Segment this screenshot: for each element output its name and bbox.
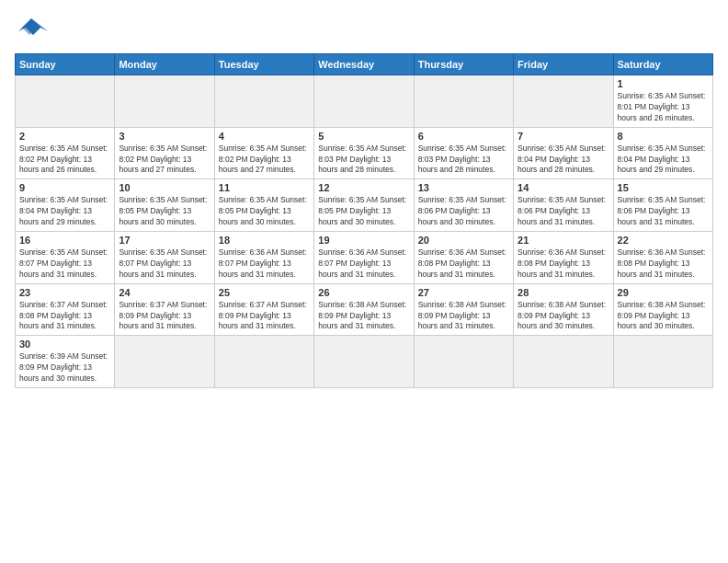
day-number: 3 <box>119 131 210 142</box>
day-info: Sunrise: 6:35 AM Sunset: 8:06 PM Dayligh… <box>518 195 609 228</box>
day-info: Sunrise: 6:35 AM Sunset: 8:06 PM Dayligh… <box>618 195 709 228</box>
svg-marker-1 <box>22 18 40 35</box>
calendar-week-row: 23Sunrise: 6:37 AM Sunset: 8:08 PM Dayli… <box>16 283 713 336</box>
calendar-cell: 25Sunrise: 6:37 AM Sunset: 8:09 PM Dayli… <box>214 283 313 336</box>
calendar-cell: 12Sunrise: 6:35 AM Sunset: 8:05 PM Dayli… <box>314 179 414 232</box>
calendar-cell: 13Sunrise: 6:35 AM Sunset: 8:06 PM Dayli… <box>414 179 513 232</box>
day-info: Sunrise: 6:35 AM Sunset: 8:05 PM Dayligh… <box>119 195 210 228</box>
day-info: Sunrise: 6:38 AM Sunset: 8:09 PM Dayligh… <box>518 300 609 333</box>
calendar-cell: 23Sunrise: 6:37 AM Sunset: 8:08 PM Dayli… <box>16 283 115 336</box>
day-info: Sunrise: 6:37 AM Sunset: 8:09 PM Dayligh… <box>219 300 310 333</box>
calendar-cell <box>214 75 313 128</box>
calendar-cell: 22Sunrise: 6:36 AM Sunset: 8:08 PM Dayli… <box>613 232 712 284</box>
day-number: 14 <box>518 182 609 193</box>
day-number: 19 <box>318 235 409 246</box>
calendar-cell <box>115 336 214 388</box>
calendar-cell <box>115 75 214 128</box>
weekday-header-row: SundayMondayTuesdayWednesdayThursdayFrid… <box>16 54 713 75</box>
day-number: 27 <box>418 287 509 298</box>
weekday-header-thursday: Thursday <box>414 54 513 75</box>
day-number: 12 <box>318 182 409 193</box>
logo <box>15 15 51 42</box>
calendar-cell: 26Sunrise: 6:38 AM Sunset: 8:09 PM Dayli… <box>314 283 414 336</box>
calendar-cell: 16Sunrise: 6:35 AM Sunset: 8:07 PM Dayli… <box>16 232 115 284</box>
calendar-cell <box>514 75 613 128</box>
day-info: Sunrise: 6:35 AM Sunset: 8:05 PM Dayligh… <box>318 195 409 228</box>
calendar-cell <box>514 336 613 388</box>
calendar-cell: 19Sunrise: 6:36 AM Sunset: 8:07 PM Dayli… <box>314 232 414 284</box>
day-info: Sunrise: 6:38 AM Sunset: 8:09 PM Dayligh… <box>418 300 509 333</box>
day-info: Sunrise: 6:39 AM Sunset: 8:09 PM Dayligh… <box>19 351 110 385</box>
day-info: Sunrise: 6:37 AM Sunset: 8:09 PM Dayligh… <box>119 300 210 333</box>
calendar-cell: 7Sunrise: 6:35 AM Sunset: 8:04 PM Daylig… <box>514 127 613 179</box>
day-info: Sunrise: 6:35 AM Sunset: 8:07 PM Dayligh… <box>119 247 210 281</box>
calendar-cell: 30Sunrise: 6:39 AM Sunset: 8:09 PM Dayli… <box>16 336 115 388</box>
day-number: 10 <box>119 182 210 193</box>
calendar-cell: 20Sunrise: 6:36 AM Sunset: 8:08 PM Dayli… <box>414 232 513 284</box>
calendar-week-row: 1Sunrise: 6:35 AM Sunset: 8:01 PM Daylig… <box>16 75 713 128</box>
calendar-cell: 29Sunrise: 6:38 AM Sunset: 8:09 PM Dayli… <box>613 283 712 336</box>
calendar-cell: 18Sunrise: 6:36 AM Sunset: 8:07 PM Dayli… <box>214 232 313 284</box>
calendar-cell: 11Sunrise: 6:35 AM Sunset: 8:05 PM Dayli… <box>214 179 313 232</box>
calendar-week-row: 9Sunrise: 6:35 AM Sunset: 8:04 PM Daylig… <box>16 179 713 232</box>
day-info: Sunrise: 6:36 AM Sunset: 8:08 PM Dayligh… <box>418 247 509 281</box>
calendar-week-row: 2Sunrise: 6:35 AM Sunset: 8:02 PM Daylig… <box>16 127 713 179</box>
day-info: Sunrise: 6:35 AM Sunset: 8:03 PM Dayligh… <box>418 144 509 177</box>
day-info: Sunrise: 6:35 AM Sunset: 8:06 PM Dayligh… <box>418 195 509 228</box>
calendar-cell: 1Sunrise: 6:35 AM Sunset: 8:01 PM Daylig… <box>613 75 712 128</box>
calendar-cell: 10Sunrise: 6:35 AM Sunset: 8:05 PM Dayli… <box>115 179 214 232</box>
day-number: 23 <box>19 287 110 298</box>
calendar-cell <box>314 336 414 388</box>
calendar-cell: 6Sunrise: 6:35 AM Sunset: 8:03 PM Daylig… <box>414 127 513 179</box>
calendar-cell: 27Sunrise: 6:38 AM Sunset: 8:09 PM Dayli… <box>414 283 513 336</box>
calendar-cell: 28Sunrise: 6:38 AM Sunset: 8:09 PM Dayli… <box>514 283 613 336</box>
calendar-cell <box>414 336 513 388</box>
calendar-week-row: 30Sunrise: 6:39 AM Sunset: 8:09 PM Dayli… <box>16 336 713 388</box>
day-info: Sunrise: 6:38 AM Sunset: 8:09 PM Dayligh… <box>318 300 409 333</box>
day-info: Sunrise: 6:35 AM Sunset: 8:04 PM Dayligh… <box>618 144 709 177</box>
day-info: Sunrise: 6:35 AM Sunset: 8:02 PM Dayligh… <box>119 144 210 177</box>
day-number: 22 <box>618 235 709 246</box>
day-number: 15 <box>618 182 709 193</box>
day-info: Sunrise: 6:38 AM Sunset: 8:09 PM Dayligh… <box>618 300 709 333</box>
day-number: 11 <box>219 182 310 193</box>
day-number: 2 <box>19 131 110 142</box>
calendar-cell <box>613 336 712 388</box>
calendar-cell: 5Sunrise: 6:35 AM Sunset: 8:03 PM Daylig… <box>314 127 414 179</box>
day-info: Sunrise: 6:36 AM Sunset: 8:07 PM Dayligh… <box>219 247 310 281</box>
weekday-header-monday: Monday <box>115 54 214 75</box>
weekday-header-sunday: Sunday <box>16 54 115 75</box>
day-number: 13 <box>418 182 509 193</box>
calendar-cell: 21Sunrise: 6:36 AM Sunset: 8:08 PM Dayli… <box>514 232 613 284</box>
calendar-cell <box>214 336 313 388</box>
day-info: Sunrise: 6:35 AM Sunset: 8:04 PM Dayligh… <box>19 195 110 228</box>
calendar-cell: 17Sunrise: 6:35 AM Sunset: 8:07 PM Dayli… <box>115 232 214 284</box>
day-number: 26 <box>318 287 409 298</box>
calendar-cell <box>414 75 513 128</box>
day-number: 1 <box>618 78 709 89</box>
weekday-header-friday: Friday <box>514 54 613 75</box>
day-number: 24 <box>119 287 210 298</box>
calendar-cell <box>314 75 414 128</box>
day-number: 7 <box>518 131 609 142</box>
calendar-cell: 8Sunrise: 6:35 AM Sunset: 8:04 PM Daylig… <box>613 127 712 179</box>
day-number: 16 <box>19 235 110 246</box>
day-number: 4 <box>219 131 310 142</box>
day-info: Sunrise: 6:35 AM Sunset: 8:05 PM Dayligh… <box>219 195 310 228</box>
day-info: Sunrise: 6:35 AM Sunset: 8:07 PM Dayligh… <box>19 247 110 281</box>
calendar-cell: 2Sunrise: 6:35 AM Sunset: 8:02 PM Daylig… <box>16 127 115 179</box>
calendar-cell <box>16 75 115 128</box>
weekday-header-tuesday: Tuesday <box>214 54 313 75</box>
day-info: Sunrise: 6:35 AM Sunset: 8:03 PM Dayligh… <box>318 144 409 177</box>
logo-icon <box>15 15 48 42</box>
day-number: 29 <box>618 287 709 298</box>
day-number: 30 <box>19 339 110 350</box>
day-number: 5 <box>318 131 409 142</box>
calendar-cell: 24Sunrise: 6:37 AM Sunset: 8:09 PM Dayli… <box>115 283 214 336</box>
calendar-cell: 3Sunrise: 6:35 AM Sunset: 8:02 PM Daylig… <box>115 127 214 179</box>
day-info: Sunrise: 6:35 AM Sunset: 8:02 PM Dayligh… <box>219 144 310 177</box>
calendar-week-row: 16Sunrise: 6:35 AM Sunset: 8:07 PM Dayli… <box>16 232 713 284</box>
calendar-cell: 14Sunrise: 6:35 AM Sunset: 8:06 PM Dayli… <box>514 179 613 232</box>
day-info: Sunrise: 6:35 AM Sunset: 8:04 PM Dayligh… <box>518 144 609 177</box>
calendar-cell: 4Sunrise: 6:35 AM Sunset: 8:02 PM Daylig… <box>214 127 313 179</box>
